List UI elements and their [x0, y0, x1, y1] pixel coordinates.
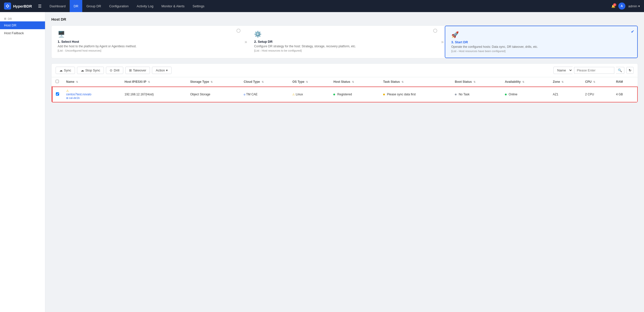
app-logo[interactable]: HyperBDR	[4, 3, 32, 10]
row-cloud-type: α TM CAE	[240, 87, 289, 102]
col-ram[interactable]: RAM	[613, 77, 638, 87]
avail-dot	[505, 94, 507, 95]
sidebar-section: ⊞ DR	[0, 15, 45, 21]
col-host-ip[interactable]: Host IP/ESXi IP ⇅	[121, 77, 187, 87]
step-1-desc: Add the host to the platform by Agent or…	[58, 45, 237, 48]
sync-button[interactable]: ☁ Sync	[56, 67, 75, 74]
nav-monitor-alerts[interactable]: Monitor & Alerts	[157, 0, 189, 12]
sidebar: ⊞ DR Host DR Host Failback	[0, 12, 45, 312]
sort-storage-icon: ⇅	[211, 81, 213, 83]
action-caret-icon: ▾	[166, 68, 168, 72]
step-1-list: [List - Unconfigured host resources]	[58, 49, 237, 52]
row-availability: Online	[501, 87, 549, 102]
os-type-label: Linux	[296, 93, 303, 96]
refresh-button[interactable]: ↻	[626, 67, 634, 74]
step-2-circle	[433, 29, 437, 33]
stop-sync-icon: ☁	[81, 68, 84, 72]
step-3-title: 3. Start DR	[451, 40, 631, 44]
col-availability[interactable]: Availability ⇅	[501, 77, 549, 87]
nav-activity-log[interactable]: Activity Log	[133, 0, 157, 12]
main-layout: ⊞ DR Host DR Host Failback Host DR 🖥️ 1.…	[0, 12, 644, 312]
step-2-desc: Configure DR strategy for the host: Stra…	[254, 45, 434, 48]
sidebar-item-host-dr[interactable]: Host DR	[0, 21, 45, 29]
main-content: Host DR 🖥️ 1. Select Host Add the host t…	[45, 12, 644, 312]
host-status-label: Registered	[337, 93, 352, 96]
search-button[interactable]: 🔍	[616, 67, 624, 74]
nav-settings[interactable]: Settings	[189, 0, 209, 12]
takeover-icon: ⊞	[129, 68, 132, 72]
sort-task-icon: ⇅	[401, 81, 404, 83]
step-card-2: ⚙️ 2. Setup DR Configure DR strategy for…	[248, 26, 440, 58]
sort-name-icon: ⇅	[76, 81, 78, 83]
user-avatar[interactable]: A	[618, 3, 625, 10]
page-title: Host DR	[51, 17, 638, 21]
step-2-list: [List - Host resources to be configured]	[254, 49, 434, 52]
col-os-type[interactable]: OS Type ⇅	[289, 77, 330, 87]
col-cpu[interactable]: CPU ⇅	[582, 77, 613, 87]
step-2-title: 2. Setup DR	[254, 40, 434, 44]
step-arrow-2: »	[440, 39, 445, 45]
row-cpu: 2 CPU	[582, 87, 613, 102]
sidebar-item-host-failback[interactable]: Host Failback	[0, 29, 45, 37]
boot-status-dot	[455, 94, 457, 95]
step-card-3: ✔ 🚀 3. Start DR Operate the configured h…	[445, 26, 638, 58]
user-label: admin	[628, 4, 637, 8]
nav-dashboard[interactable]: Dashboard	[46, 0, 70, 12]
col-cloud-type[interactable]: Cloud Type ⇅	[240, 77, 289, 87]
row-sub-icon: ⊞	[66, 97, 68, 99]
nav-group-dr[interactable]: Group DR	[82, 0, 105, 12]
step-cards: 🖥️ 1. Select Host Add the host to the pl…	[51, 25, 638, 58]
step-3-desc: Operate the configured hosts: Data sync,…	[451, 45, 631, 49]
host-sub-name: cal-de1b	[69, 96, 79, 99]
col-zone[interactable]: Zone ⇅	[549, 77, 582, 87]
col-storage-type[interactable]: Storage Type ⇅	[187, 77, 240, 87]
col-task-status[interactable]: Task Status ⇅	[380, 77, 451, 87]
search-select[interactable]: Name	[553, 67, 573, 74]
sort-cloud-icon: ⇅	[262, 81, 264, 83]
hamburger-menu[interactable]: ☰	[38, 4, 42, 9]
step-3-list: [List - Host resources have been configu…	[451, 50, 631, 53]
select-all-checkbox[interactable]	[56, 80, 59, 83]
step-3-check: ✔	[631, 29, 634, 34]
row-warning-icon: ⚠	[66, 89, 69, 93]
sync-icon: ☁	[59, 68, 63, 72]
top-navigation: HyperBDR ☰ Dashboard DR Group DR Configu…	[0, 0, 644, 12]
col-name[interactable]: Name ⇅	[63, 77, 121, 87]
task-status-label: Please sync data first	[387, 93, 416, 96]
sidebar-dr-icon: ⊞	[4, 17, 6, 20]
user-menu[interactable]: admin ▾	[628, 4, 640, 8]
row-checkbox-cell	[52, 87, 63, 102]
os-type-icon: ⚠	[292, 93, 295, 96]
notification-bell[interactable]: 🔔 2	[611, 4, 615, 8]
takeover-button[interactable]: ⊞ Takeover	[125, 67, 150, 74]
action-button[interactable]: Action ▾	[152, 67, 172, 74]
step-1-title: 1. Select Host	[58, 40, 237, 44]
row-task-status: Please sync data first	[380, 87, 451, 102]
row-boot-status: No Task	[451, 87, 501, 102]
table-toolbar: ☁ Sync ☁ Stop Sync ⊙ Drill ⊞ Takeover Ac…	[51, 63, 638, 77]
nav-items: Dashboard DR Group DR Configuration Acti…	[46, 0, 611, 12]
topnav-right: 🔔 2 A admin ▾	[611, 3, 640, 10]
row-os-type: ⚠ Linux	[289, 87, 330, 102]
drill-button[interactable]: ⊙ Drill	[106, 67, 123, 74]
row-name: ⚠ centos7test.novalo ⊞ cal-de1b	[63, 87, 121, 102]
task-status-dot	[383, 94, 385, 95]
search-input[interactable]	[574, 67, 614, 74]
host-name-link[interactable]: centos7test.novalo	[66, 93, 117, 96]
table-header-row: Name ⇅ Host IP/ESXi IP ⇅ Storage Type ⇅	[52, 77, 638, 87]
sort-cpu-icon: ⇅	[593, 81, 595, 83]
sort-ip-icon: ⇅	[148, 81, 150, 83]
user-caret-icon: ▾	[638, 4, 640, 8]
sort-os-icon: ⇅	[306, 81, 308, 83]
nav-configuration[interactable]: Configuration	[105, 0, 133, 12]
col-host-status[interactable]: Host Status ⇅	[330, 77, 379, 87]
row-checkbox[interactable]	[56, 92, 59, 96]
step-arrow-1: »	[244, 39, 248, 45]
nav-dr[interactable]: DR	[70, 0, 83, 12]
stop-sync-button[interactable]: ☁ Stop Sync	[77, 67, 104, 74]
col-boot-status[interactable]: Boot Status ⇅	[451, 77, 501, 87]
sort-boot-icon: ⇅	[473, 81, 475, 83]
step-card-1: 🖥️ 1. Select Host Add the host to the pl…	[52, 26, 244, 58]
header-checkbox-cell	[52, 77, 63, 87]
host-status-dot	[333, 94, 335, 95]
